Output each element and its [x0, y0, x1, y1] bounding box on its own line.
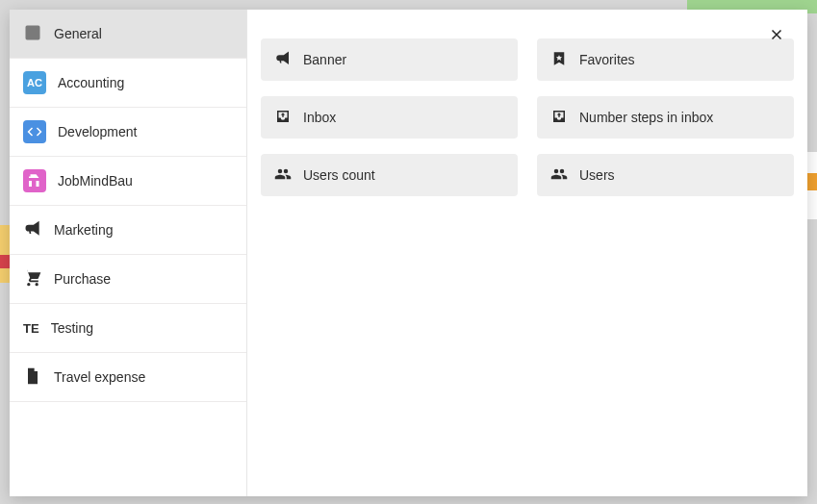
tile-inbox[interactable]: Inbox [261, 96, 518, 139]
sidebar-item-development[interactable]: Development [10, 108, 246, 157]
tile-users-count[interactable]: Users count [261, 154, 518, 196]
backdrop-fragment [0, 225, 10, 283]
document-icon [23, 366, 42, 389]
tile-banner[interactable]: Banner [261, 38, 518, 81]
tile-label: Users [579, 167, 615, 183]
category-picker-modal: General AC Accounting Development JobMin… [10, 10, 807, 496]
megaphone-icon [23, 219, 42, 241]
tile-favorites[interactable]: Favorites [537, 38, 794, 81]
sidebar-item-label: JobMindBau [58, 173, 133, 189]
close-button[interactable] [763, 23, 790, 50]
bookmark-star-icon [550, 50, 568, 70]
sidebar-item-general[interactable]: General [10, 10, 246, 59]
sidebar-item-purchase[interactable]: Purchase [10, 255, 246, 304]
sidebar-item-label: Marketing [54, 222, 113, 238]
sidebar: General AC Accounting Development JobMin… [10, 10, 247, 496]
close-icon [768, 26, 785, 48]
crane-icon [23, 169, 46, 192]
cart-icon [23, 268, 42, 290]
testing-badge-icon: TE [23, 321, 39, 336]
tile-grid: Banner Favorites Inbox Number steps in i… [261, 38, 794, 196]
sidebar-item-marketing[interactable]: Marketing [10, 206, 246, 255]
tile-number-steps-in-inbox[interactable]: Number steps in inbox [537, 96, 794, 139]
article-icon [23, 23, 42, 45]
sidebar-item-label: Accounting [58, 75, 124, 90]
tile-label: Users count [303, 167, 375, 183]
code-icon [23, 120, 46, 143]
tile-label: Number steps in inbox [579, 110, 713, 125]
backdrop-fragment [0, 255, 10, 268]
tile-users[interactable]: Users [537, 154, 794, 196]
sidebar-item-travel-expense[interactable]: Travel expense [10, 353, 246, 402]
sidebar-item-accounting[interactable]: AC Accounting [10, 59, 246, 108]
tile-label: Favorites [579, 52, 635, 67]
sidebar-item-label: General [54, 26, 102, 41]
content-area: Banner Favorites Inbox Number steps in i… [247, 10, 807, 496]
sidebar-item-testing[interactable]: TE Testing [10, 304, 246, 353]
sidebar-item-label: Development [58, 124, 138, 139]
inbox-download-icon [550, 108, 568, 128]
megaphone-icon [274, 50, 292, 70]
accounting-badge-icon: AC [23, 71, 46, 94]
people-icon [550, 165, 568, 186]
sidebar-item-jobmindbau[interactable]: JobMindBau [10, 157, 246, 206]
people-icon [274, 165, 292, 186]
inbox-download-icon [274, 108, 292, 128]
tile-label: Banner [303, 52, 346, 67]
sidebar-item-label: Purchase [54, 271, 111, 287]
tile-label: Inbox [303, 110, 336, 125]
sidebar-item-label: Testing [51, 320, 93, 336]
sidebar-item-label: Travel expense [54, 369, 145, 385]
